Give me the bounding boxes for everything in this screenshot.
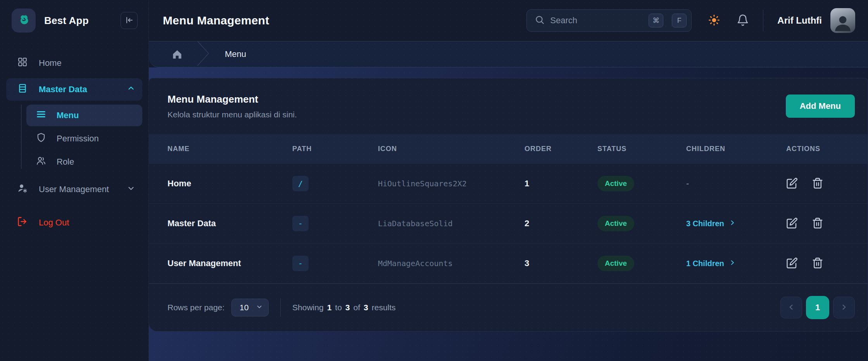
breadcrumb: Menu: [149, 41, 868, 67]
previous-page-button[interactable]: [780, 297, 802, 318]
children-link-label: 3 Children: [686, 219, 724, 228]
add-menu-button[interactable]: Add Menu: [786, 95, 855, 118]
children-link[interactable]: 1 Children: [686, 259, 736, 268]
sidebar-item-label: User Management: [39, 184, 109, 194]
edit-icon: [786, 217, 798, 230]
shortcut-key-cmd: ⌘: [649, 14, 663, 28]
user-menu[interactable]: Arif Luthfi: [777, 8, 855, 33]
column-header-status: STATUS: [597, 145, 686, 153]
app-screen: Best App Home: [0, 0, 868, 361]
children-link-label: 1 Children: [686, 259, 724, 268]
chevron-up-icon: [127, 84, 135, 95]
cell-name: Home: [167, 179, 292, 189]
search-bar[interactable]: ⌘ F: [526, 9, 692, 32]
table-header: NAME PATH ICON ORDER STATUS CHILDREN ACT…: [149, 134, 868, 164]
table-footer: Rows per page: 10 Showing 1 to 3 of: [149, 284, 868, 331]
summary-from: 1: [327, 303, 332, 312]
trash-icon: [812, 217, 823, 230]
grid-icon: [17, 57, 28, 70]
cell-icon-code: HiOutlineSquares2X2: [378, 179, 525, 188]
edit-button[interactable]: [786, 217, 798, 230]
card-title: Menu Management: [167, 93, 297, 105]
column-header-name: NAME: [167, 145, 292, 153]
sidebar-item-home[interactable]: Home: [6, 52, 142, 74]
bell-icon: [737, 14, 749, 28]
edit-icon: [786, 177, 798, 190]
chevron-left-icon: [787, 303, 795, 312]
delete-button[interactable]: [812, 257, 823, 270]
rows-per-page-select[interactable]: 10: [231, 299, 269, 316]
hamburger-icon: [36, 109, 47, 122]
sidebar-item-logout[interactable]: Log Out: [6, 211, 142, 234]
status-badge: Active: [597, 176, 634, 191]
cell-children-empty: -: [686, 179, 689, 188]
sidebar-item-menu[interactable]: Menu: [26, 105, 142, 126]
edit-button[interactable]: [786, 257, 798, 270]
database-icon: [17, 83, 28, 96]
breadcrumb-chevron-icon: [196, 41, 210, 68]
sun-icon: [708, 14, 720, 28]
chevron-right-icon: [840, 303, 848, 312]
sidebar-item-label: Home: [39, 58, 62, 68]
rows-per-page-label: Rows per page:: [167, 303, 224, 312]
sidebar-item-label: Permission: [57, 134, 99, 144]
status-badge: Active: [597, 256, 634, 271]
sidebar-collapse-button[interactable]: [121, 12, 138, 29]
sidebar-item-master-data[interactable]: Master Data: [6, 78, 142, 101]
table-row: User Management - MdManageAccounts 3 Act…: [149, 244, 868, 284]
avatar[interactable]: [830, 8, 855, 33]
search-icon: [535, 15, 545, 26]
content-area: Menu Management Kelola struktur menu apl…: [149, 67, 868, 361]
column-header-actions: ACTIONS: [786, 145, 868, 153]
breadcrumb-current: Menu: [225, 49, 246, 59]
search-input[interactable]: [550, 15, 643, 26]
page-1-button[interactable]: 1: [806, 296, 829, 319]
summary-word: Showing: [292, 303, 324, 312]
cell-actions: [786, 257, 868, 270]
cell-name: User Management: [167, 258, 292, 268]
table-row: Master Data - LiaDatabaseSolid 2 Active …: [149, 204, 868, 244]
edit-button[interactable]: [786, 177, 798, 190]
footer-divider: [280, 298, 281, 317]
theme-toggle-button[interactable]: [708, 14, 720, 28]
trash-icon: [812, 177, 823, 190]
user-name: Arif Luthfi: [777, 15, 822, 26]
users-icon: [36, 155, 47, 168]
background-glow: [149, 332, 868, 361]
sidebar-header: Best App: [0, 0, 148, 41]
cell-name: Master Data: [167, 218, 292, 229]
pagination: 1: [780, 296, 855, 319]
summary-word: results: [372, 303, 396, 312]
sidebar-item-label: Master Data: [39, 84, 87, 95]
bear-logo-icon: [17, 13, 31, 28]
cell-order: 2: [525, 218, 597, 229]
sidebar-item-permission[interactable]: Permission: [26, 128, 142, 150]
page-title: Menu Management: [163, 14, 269, 27]
path-badge: -: [292, 256, 309, 271]
cell-icon-code: LiaDatabaseSolid: [378, 219, 525, 228]
cell-icon-code: MdManageAccounts: [378, 259, 525, 268]
notifications-button[interactable]: [737, 14, 749, 28]
trash-icon: [812, 257, 823, 270]
chevron-right-icon: [729, 259, 736, 268]
path-badge: /: [292, 176, 309, 191]
children-link[interactable]: 3 Children: [686, 219, 736, 228]
sidebar-item-role[interactable]: Role: [26, 151, 142, 173]
chevron-down-icon: [256, 303, 263, 312]
cell-order: 1: [525, 179, 597, 189]
next-page-button[interactable]: [833, 297, 855, 318]
card-subtitle: Kelola struktur menu aplikasi di sini.: [167, 110, 297, 119]
app-name: Best App: [44, 15, 112, 27]
collapse-icon: [124, 15, 134, 26]
sidebar-item-user-management[interactable]: User Management: [6, 178, 142, 201]
delete-button[interactable]: [812, 217, 823, 230]
column-header-path: PATH: [292, 145, 378, 153]
cell-actions: [786, 217, 868, 230]
manage-accounts-icon: [17, 183, 28, 196]
delete-button[interactable]: [812, 177, 823, 190]
shield-icon: [36, 132, 47, 145]
path-badge: -: [292, 216, 309, 231]
breadcrumb-home-icon[interactable]: [171, 48, 183, 60]
app-logo: [12, 9, 36, 33]
sidebar: Best App Home: [0, 0, 149, 361]
